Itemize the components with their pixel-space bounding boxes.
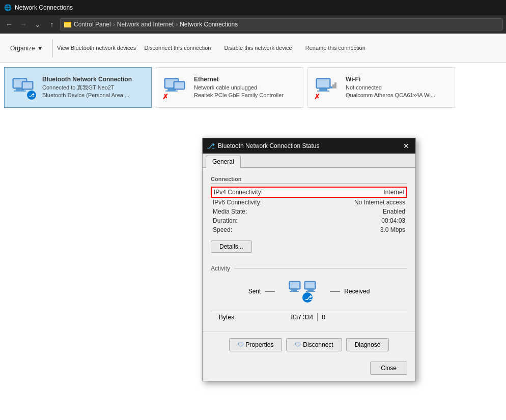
svg-rect-13 (175, 82, 184, 88)
window-icon: 🌐 (4, 4, 12, 11)
toolbar-separator-1 (52, 39, 53, 57)
bytes-label: Bytes: (219, 314, 236, 321)
dialog-tabs: General (203, 154, 415, 168)
ipv4-label: IPv4 Connectivity: (214, 189, 263, 196)
back-button[interactable]: ← (3, 18, 15, 31)
svg-rect-11 (165, 91, 178, 92)
disconnect-button[interactable]: Disconnect this connection (138, 36, 217, 61)
wifi-card-status: Not connected Qualcomm Atheros QCA61x4A … (346, 84, 448, 100)
dialog-close-button[interactable]: ✕ (401, 141, 411, 151)
network-animation-icon: ⎇ (287, 276, 318, 307)
svg-rect-5 (14, 91, 26, 92)
bluetooth-network-icon: ⎇ (11, 74, 37, 101)
ethernet-card-status: Network cable unplugged Realtek PCIe GbE… (194, 84, 297, 100)
dialog-title: Bluetooth Network Connection Status (218, 142, 319, 149)
svg-rect-28 (306, 291, 315, 292)
bluetooth-card-status: Connected to 真我GT Neo2T Bluetooth Device… (42, 84, 145, 100)
svg-rect-17 (317, 91, 329, 92)
connection-info-table: IPv4 Connectivity: Internet IPv6 Connect… (211, 187, 407, 234)
folder-icon (64, 20, 72, 28)
svg-rect-20 (334, 82, 336, 88)
disconnect-shield-icon: 🛡 (295, 341, 301, 348)
view-bluetooth-button[interactable]: View Bluetooth network devices (56, 36, 137, 61)
ethernet-icon: ✗ (162, 74, 189, 101)
bluetooth-card-name: Bluetooth Network Connection (42, 76, 145, 83)
breadcrumb-control-panel[interactable]: Control Panel (74, 21, 111, 28)
breadcrumb: Control Panel › Network and Internet › N… (60, 18, 503, 31)
address-bar: ← → ⌄ ↑ Control Panel › Network and Inte… (0, 15, 506, 34)
ipv4-row: IPv4 Connectivity: Internet (211, 187, 407, 198)
wifi-icon: ✗ (314, 74, 341, 101)
sent-side: Sent (248, 288, 275, 295)
speed-label: Speed: (213, 226, 232, 233)
media-label: Media State: (213, 208, 247, 215)
ipv6-row: IPv6 Connectivity: No Internet access (211, 198, 407, 207)
properties-button[interactable]: 🛡 Properties (229, 338, 283, 351)
svg-rect-1 (64, 23, 71, 27)
duration-label: Duration: (213, 217, 238, 224)
breadcrumb-network-internet[interactable]: Network and Internet (117, 21, 174, 28)
window-title: Network Connections (15, 4, 73, 11)
dialog-footer: 🛡 Properties 🛡 Disconnect Diagnose (203, 332, 415, 357)
received-dash-icon (330, 291, 340, 292)
svg-rect-19 (332, 84, 334, 88)
duration-row: Duration: 00:04:03 (211, 216, 407, 225)
bluetooth-status-dialog: ⎇ Bluetooth Network Connection Status ✕ … (202, 138, 416, 381)
svg-rect-27 (307, 289, 314, 291)
recent-button[interactable]: ⌄ (32, 18, 44, 31)
details-button[interactable]: Details... (211, 241, 252, 253)
dialog-bluetooth-icon: ⎇ (207, 142, 215, 150)
svg-rect-18 (330, 86, 332, 88)
title-bar: 🌐 Network Connections (0, 0, 506, 15)
svg-rect-22 (290, 282, 299, 288)
ipv4-value: Internet (383, 189, 404, 196)
dialog-close-bottom-button[interactable]: Close (370, 362, 407, 375)
svg-rect-15 (317, 79, 329, 87)
wifi-card-info: Wi-Fi Not connected Qualcomm Atheros QCA… (346, 76, 448, 100)
content-area: ⎇ Bluetooth Network Connection Connected… (0, 63, 506, 420)
bytes-divider (317, 313, 318, 321)
bluetooth-card-info: Bluetooth Network Connection Connected t… (42, 76, 145, 100)
up-button[interactable]: ↑ (46, 18, 58, 31)
svg-rect-23 (291, 289, 297, 291)
media-value: Enabled (383, 208, 405, 215)
organize-button[interactable]: Organize ▼ (4, 40, 49, 56)
ethernet-card-info: Ethernet Network cable unplugged Realtek… (194, 76, 297, 100)
tab-general[interactable]: General (206, 156, 241, 168)
sent-dash-icon (265, 291, 275, 292)
ipv6-label: IPv6 Connectivity: (213, 199, 262, 206)
activity-section: Activity Sent (211, 265, 407, 323)
svg-rect-24 (290, 291, 299, 292)
disconnect-dialog-button[interactable]: 🛡 Disconnect (286, 338, 342, 351)
section-connection-label: Connection (211, 176, 407, 184)
properties-shield-icon: 🛡 (238, 341, 244, 348)
modal-overlay: ⎇ Bluetooth Network Connection Status ✕ … (112, 99, 506, 420)
close-button-row: Close (203, 357, 415, 381)
toolbar: Organize ▼ View Bluetooth network device… (0, 34, 506, 63)
ipv6-value: No Internet access (354, 199, 405, 206)
diagnose-button[interactable]: Diagnose (346, 338, 389, 351)
svg-rect-16 (319, 88, 327, 91)
speed-row: Speed: 3.0 Mbps (211, 225, 407, 234)
duration-value: 00:04:03 (381, 217, 405, 224)
dialog-titlebar: ⎇ Bluetooth Network Connection Status ✕ (203, 138, 415, 154)
rename-connection-button[interactable]: Rename this connection (299, 36, 372, 61)
svg-text:⎇: ⎇ (305, 294, 312, 302)
dialog-body: Connection IPv4 Connectivity: Internet I… (203, 168, 415, 332)
received-side: Received (330, 288, 370, 295)
ethernet-card-name: Ethernet (194, 76, 297, 83)
forward-button[interactable]: → (17, 18, 30, 31)
bytes-row: Bytes: 837.334 0 (211, 311, 407, 323)
breadcrumb-network-connections[interactable]: Network Connections (180, 21, 238, 28)
svg-rect-7 (23, 82, 32, 88)
wifi-card-name: Wi-Fi (346, 76, 448, 83)
disable-device-button[interactable]: Disable this network device (218, 36, 298, 61)
bytes-received-value: 0 (322, 314, 399, 321)
activity-content: Sent (211, 276, 407, 307)
bluetooth-badge-icon: ⎇ (27, 91, 36, 100)
svg-rect-26 (305, 282, 315, 288)
bytes-sent-value: 837.334 (236, 314, 313, 321)
media-row: Media State: Enabled (211, 207, 407, 216)
activity-label: Activity (211, 265, 407, 272)
speed-value: 3.0 Mbps (380, 226, 405, 233)
